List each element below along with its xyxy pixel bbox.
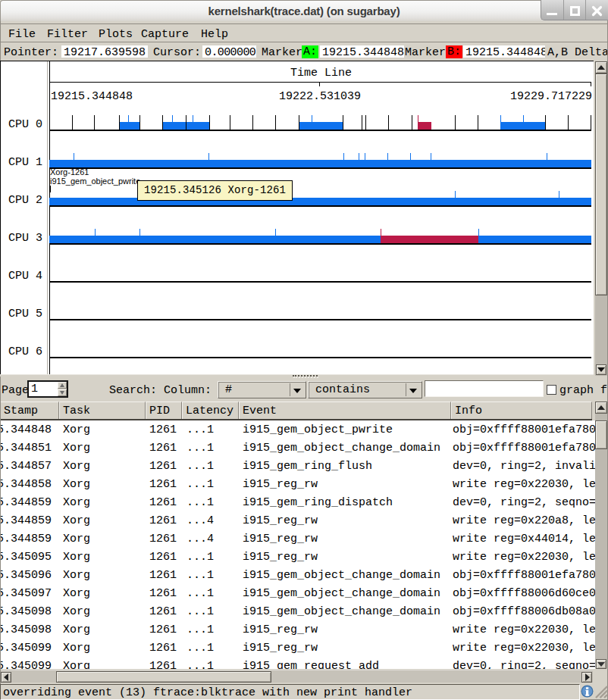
svg-text:CPU 5: CPU 5	[8, 308, 42, 320]
svg-text:Time Line: Time Line	[290, 67, 352, 80]
svg-text:CPU 1: CPU 1	[8, 156, 42, 169]
svg-text:CPU 6: CPU 6	[8, 345, 42, 358]
svg-text:19215.344848: 19215.344848	[51, 90, 133, 103]
svg-text:19229.717229: 19229.717229	[510, 90, 592, 103]
svg-text:CPU 3: CPU 3	[8, 232, 42, 245]
svg-text:CPU 0: CPU 0	[8, 118, 42, 131]
svg-text:CPU 2: CPU 2	[8, 194, 42, 207]
svg-text:19222.531039: 19222.531039	[279, 90, 361, 103]
svg-text:CPU 4: CPU 4	[8, 270, 42, 283]
